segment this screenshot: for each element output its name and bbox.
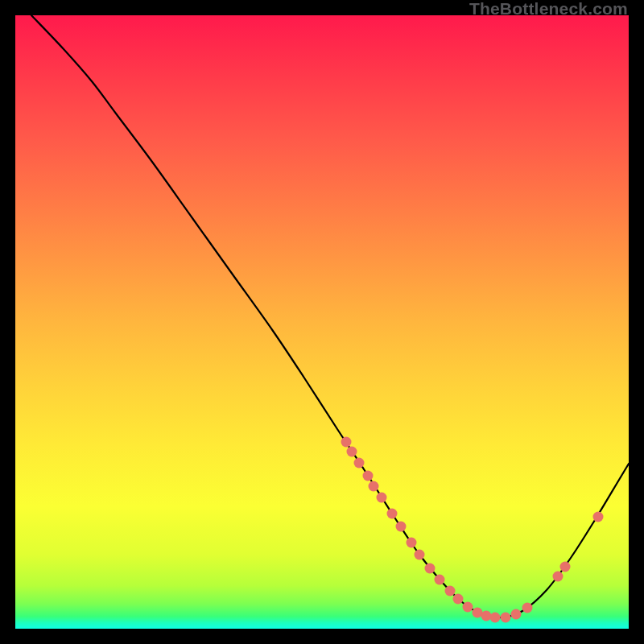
data-point [435, 575, 445, 585]
data-point [407, 538, 417, 548]
data-point [445, 586, 456, 597]
data-point [453, 594, 464, 605]
data-point [593, 512, 604, 522]
chart-area [15, 15, 629, 629]
data-point [511, 609, 522, 620]
data-point [425, 564, 436, 574]
data-point [481, 611, 492, 621]
bottleneck-curve [31, 15, 629, 617]
data-point [387, 509, 398, 519]
data-points [341, 437, 604, 623]
data-point [363, 471, 374, 481]
data-point [377, 493, 387, 503]
curve-plot [15, 15, 629, 629]
data-point [501, 613, 511, 623]
data-point [522, 603, 533, 613]
data-point [463, 602, 473, 613]
data-point [560, 562, 571, 572]
data-point [341, 437, 352, 448]
data-point [396, 522, 407, 532]
data-point [369, 481, 379, 492]
data-point [553, 572, 564, 582]
data-point [415, 550, 425, 560]
data-point [490, 613, 501, 623]
data-point [354, 458, 365, 469]
data-point [347, 447, 357, 457]
